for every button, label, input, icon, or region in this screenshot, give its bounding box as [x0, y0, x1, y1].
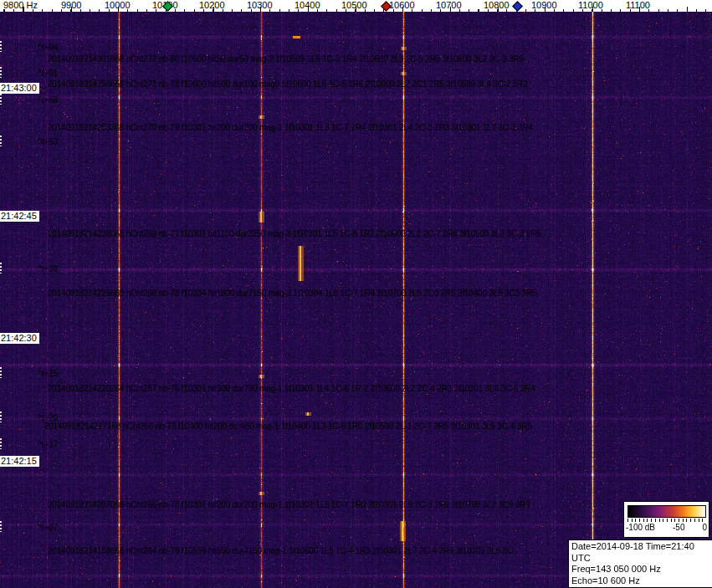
colorbar-ticks — [627, 519, 706, 522]
freq-axis-label: 11000 — [578, 0, 603, 11]
colorbar-mid-label: -50 — [673, 523, 684, 532]
freq-axis-label: 10400 — [295, 0, 320, 11]
freq-axis-label: 10700 — [436, 0, 462, 11]
spectrogram-canvas — [0, 12, 712, 588]
colorbar-max-label: 0 — [702, 523, 707, 532]
freq-axis-label: 10000 — [105, 0, 131, 11]
colorbar: -100 dB -50 0 — [623, 501, 709, 538]
freq-axis-label: 10800 — [484, 0, 510, 11]
spectrogram-app: 9800 Hz990010000101001020010300104001050… — [0, 0, 712, 588]
freq-axis-label: 10200 — [199, 0, 225, 11]
frequency-axis: 9800 Hz990010000101001020010300104001050… — [0, 0, 712, 12]
freq-axis-label: 10500 — [341, 0, 367, 11]
colorbar-labels: -100 dB -50 0 — [626, 523, 707, 532]
info-frequency: Freq=143 050 000 Hz — [571, 564, 712, 575]
info-echo-frequency: Echo=10 600 Hz — [571, 575, 712, 587]
freq-axis-label: 10600 — [389, 0, 415, 11]
freq-axis-label: 9800 Hz — [3, 0, 38, 11]
info-box: Date=2014-09-18 Time=21:40 UTC Freq=143 … — [568, 539, 712, 588]
freq-axis-label: 11100 — [626, 0, 650, 11]
info-date-time: Date=2014-09-18 Time=21:40 UTC — [571, 541, 712, 564]
colorbar-min-label: -100 dB — [626, 523, 655, 532]
freq-axis-label: 9900 — [61, 0, 81, 11]
freq-axis-label: 10300 — [247, 0, 273, 11]
freq-axis-label: 10900 — [531, 0, 557, 11]
colorbar-gradient — [627, 505, 706, 518]
